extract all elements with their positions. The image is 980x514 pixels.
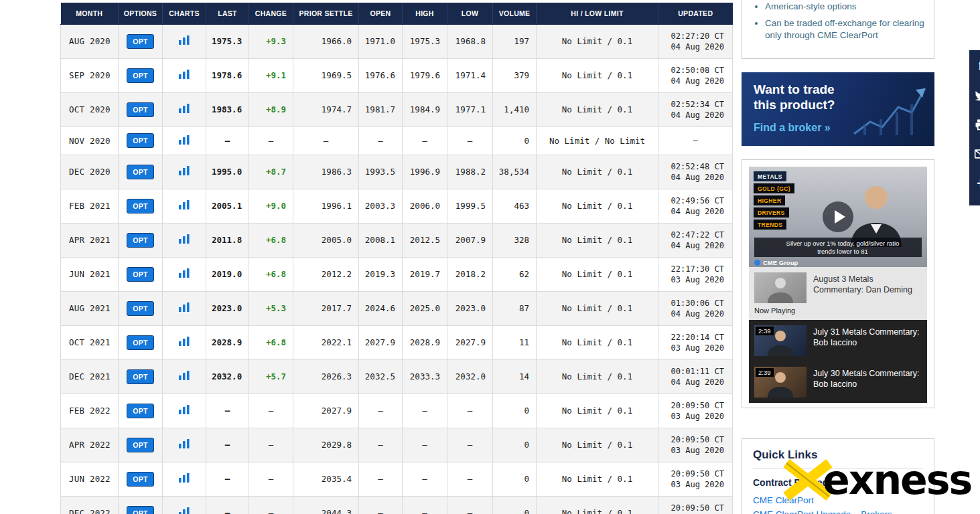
month-cell: DEC 2021 xyxy=(61,359,119,394)
options-button[interactable]: OPT xyxy=(127,102,154,117)
video-thumbnail[interactable]: 2:39 xyxy=(754,367,807,398)
print-icon[interactable] xyxy=(973,117,980,132)
options-button[interactable]: OPT xyxy=(127,301,154,316)
chart-icon[interactable] xyxy=(179,268,190,278)
month-cell: SEP 2020 xyxy=(61,58,119,92)
high-cell: 1975.3 xyxy=(403,24,447,58)
options-button[interactable]: OPT xyxy=(127,165,154,179)
video-overlay-label: DRIVERS xyxy=(754,207,789,218)
month-cell: DEC 2022 xyxy=(61,496,119,514)
futures-quotes-table: MONTHOPTIONSCHARTSLASTCHANGEPRIOR SETTLE… xyxy=(60,3,733,514)
email-icon[interactable] xyxy=(973,147,980,161)
chart-icon[interactable] xyxy=(179,166,190,175)
play-button[interactable] xyxy=(823,201,853,232)
chart-icon[interactable] xyxy=(179,303,190,312)
banner-heading-line2: this product? xyxy=(754,97,835,112)
hi-low-limit-cell: No Limit / 0.1 xyxy=(537,325,658,359)
playlist-item[interactable]: 2:39July 31 Metals Commentary: Bob Iacci… xyxy=(749,320,927,361)
video-playlist: Now PlayingAugust 3 Metals Commentary: D… xyxy=(749,267,927,403)
open-cell: 1981.7 xyxy=(359,92,403,126)
updated-cell: 20:09:50 CT03 Aug 2020 xyxy=(658,462,733,496)
video-player[interactable]: METALSGOLD (GC)HIGHERDRIVERSTRENDS Silve… xyxy=(749,167,927,267)
options-button[interactable]: OPT xyxy=(127,233,154,248)
chart-icon[interactable] xyxy=(179,371,190,380)
facebook-icon[interactable]: f xyxy=(973,58,980,73)
options-button[interactable]: OPT xyxy=(127,472,154,487)
hi-low-limit-cell: No Limit / 0.1 xyxy=(537,496,658,514)
prior-settle-cell: 2035.4 xyxy=(293,462,359,496)
table-row: DEC 2021OPT2032.0+5.72026.32032.52033.32… xyxy=(61,359,733,394)
twitter-icon[interactable] xyxy=(973,88,980,102)
low-cell: – xyxy=(447,428,493,462)
hi-low-limit-cell: No Limit / 0.1 xyxy=(537,257,658,291)
options-button[interactable]: OPT xyxy=(127,68,154,83)
find-broker-link[interactable]: Find a broker » xyxy=(754,122,835,134)
product-note: Can be traded off-exchange for clearing … xyxy=(765,17,924,42)
banner-heading-line1: Want to trade xyxy=(754,82,835,97)
chart-icon[interactable] xyxy=(179,405,190,414)
low-cell: 1999.5 xyxy=(447,189,493,223)
charts-cell xyxy=(163,428,206,462)
options-button[interactable]: OPT xyxy=(127,199,154,213)
find-broker-banner[interactable]: Want to trade this product? Find a broke… xyxy=(742,72,934,146)
options-button[interactable]: OPT xyxy=(127,506,154,514)
options-button[interactable]: OPT xyxy=(127,335,154,350)
open-cell: 1993.5 xyxy=(359,155,403,189)
options-button[interactable]: OPT xyxy=(127,438,154,452)
chart-icon[interactable] xyxy=(179,473,190,483)
month-cell: APR 2022 xyxy=(61,428,119,462)
change-cell: +8.9 xyxy=(249,92,293,126)
updated-cell: 20:09:50 CT03 Aug 2020 xyxy=(658,496,733,514)
chart-icon[interactable] xyxy=(179,104,190,113)
quick-link-cme-clearport-upgrade-brokers[interactable]: CME ClearPort Upgrade – Brokers xyxy=(753,507,923,514)
prior-settle-cell: 2029.8 xyxy=(293,428,359,462)
updated-cell: 02:50:08 CT04 Aug 2020 xyxy=(658,58,733,92)
hi-low-limit-cell: No Limit / No Limit xyxy=(537,126,658,155)
video-thumbnail[interactable]: 2:39 xyxy=(754,325,807,356)
table-row: OCT 2020OPT1983.6+8.91974.71981.71984.91… xyxy=(61,92,733,126)
playlist-item[interactable]: Now PlayingAugust 3 Metals Commentary: D… xyxy=(749,267,927,320)
video-thumbnail[interactable] xyxy=(754,272,807,303)
last-cell: – xyxy=(206,126,249,155)
chart-icon[interactable] xyxy=(179,70,190,79)
low-cell: 2032.0 xyxy=(447,359,493,394)
charts-cell xyxy=(163,462,206,496)
high-cell: 2019.7 xyxy=(403,257,447,291)
playlist-item[interactable]: 2:39July 30 Metals Commentary: Bob Iacci… xyxy=(749,361,927,403)
chart-icon[interactable] xyxy=(179,507,190,514)
charts-cell xyxy=(163,58,206,92)
last-cell: 2032.0 xyxy=(206,359,249,394)
cme-brand-text: CME Group xyxy=(763,259,798,266)
options-button[interactable]: OPT xyxy=(127,404,154,418)
table-row: APR 2021OPT2011.8+6.82005.02008.12012.52… xyxy=(61,223,733,257)
volume-cell: 11 xyxy=(493,325,537,359)
chart-icon[interactable] xyxy=(179,200,190,209)
thumbnail-person xyxy=(754,272,807,303)
charts-cell xyxy=(163,92,206,126)
share-plus-icon[interactable]: + xyxy=(973,176,980,191)
video-overlay-label: HIGHER xyxy=(754,195,785,205)
options-button[interactable]: OPT xyxy=(127,133,154,148)
chart-icon[interactable] xyxy=(179,234,190,244)
chart-icon[interactable] xyxy=(179,337,190,346)
volume-cell: 0 xyxy=(493,428,537,462)
volume-cell: 0 xyxy=(493,462,537,496)
prior-settle-cell: 2012.2 xyxy=(293,257,359,291)
chart-icon[interactable] xyxy=(179,35,190,45)
volume-cell: 328 xyxy=(493,223,537,257)
chart-icon[interactable] xyxy=(179,135,190,145)
options-button[interactable]: OPT xyxy=(127,267,154,282)
table-row: JUN 2021OPT2019.0+6.82012.22019.32019.72… xyxy=(61,257,733,291)
column-header-updated: UPDATED xyxy=(658,3,733,24)
options-button[interactable]: OPT xyxy=(127,369,154,384)
last-cell: – xyxy=(206,496,249,514)
high-cell: 2033.3 xyxy=(403,359,447,394)
change-cell: +6.8 xyxy=(249,257,293,291)
prior-settle-cell: 2027.9 xyxy=(293,394,359,428)
low-cell: 1988.2 xyxy=(447,155,493,189)
open-cell: – xyxy=(359,496,403,514)
options-button[interactable]: OPT xyxy=(127,34,154,49)
last-cell: 1995.0 xyxy=(206,155,249,189)
column-header-open: OPEN xyxy=(359,3,403,24)
chart-icon[interactable] xyxy=(179,439,190,448)
